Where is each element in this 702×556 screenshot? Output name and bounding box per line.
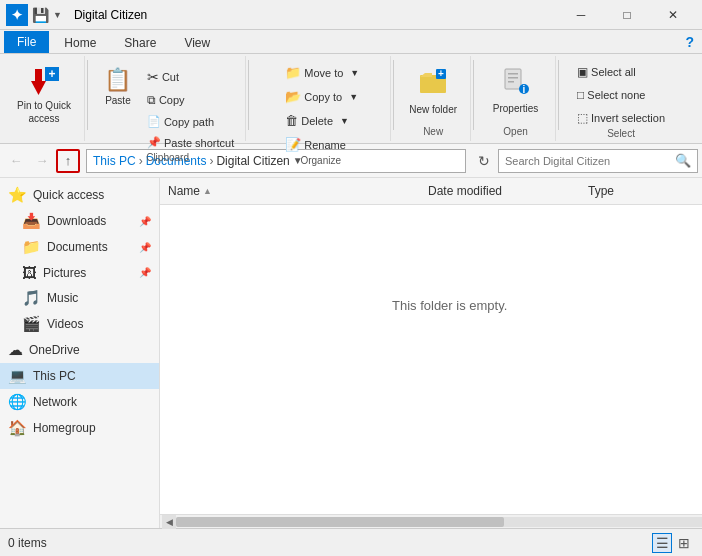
sidebar-item-videos[interactable]: 🎬 Videos <box>0 311 159 337</box>
network-icon: 🌐 <box>8 393 27 411</box>
properties-button[interactable]: i Properties <box>486 62 546 119</box>
sep2 <box>248 60 249 130</box>
file-header: Name ▲ Date modified Type Size <box>160 178 702 205</box>
sidebar-item-homegroup[interactable]: 🏠 Homegroup <box>0 415 159 441</box>
cut-icon: ✂ <box>147 69 159 85</box>
delete-arrow[interactable]: ▼ <box>338 116 351 126</box>
sidebar-item-documents[interactable]: 📁 Documents 📌 <box>0 234 159 260</box>
sidebar-item-pictures[interactable]: 🖼 Pictures 📌 <box>0 260 159 285</box>
documents-folder-icon: 📁 <box>22 238 41 256</box>
window-controls: ─ □ ✕ <box>558 0 696 30</box>
sidebar-item-network[interactable]: 🌐 Network <box>0 389 159 415</box>
sidebar-this-pc-label: This PC <box>33 369 76 383</box>
select-group: ▣ Select all □ Select none ⬚ Invert sele… <box>561 56 681 141</box>
select-none-button[interactable]: □ Select none <box>572 85 650 105</box>
copy-icon: ⧉ <box>147 93 156 107</box>
status-bar: 0 items ☰ ⊞ <box>0 528 702 556</box>
copy-to-row: 📂 Copy to ▼ <box>280 86 360 107</box>
cut-button[interactable]: ✂ ✂ Cut <box>142 66 239 88</box>
new-folder-icon: + <box>419 67 447 101</box>
delete-button[interactable]: 🗑 Delete <box>280 110 338 131</box>
svg-marker-1 <box>31 81 46 95</box>
sort-arrow: ▲ <box>203 186 212 196</box>
back-button[interactable]: ← <box>4 149 28 173</box>
maximize-button[interactable]: □ <box>604 0 650 30</box>
list-view-button[interactable]: ☰ <box>652 533 672 553</box>
pin-to-quick-access-button[interactable]: + Pin to Quickaccess <box>10 62 78 130</box>
downloads-pin-icon: 📌 <box>139 216 151 227</box>
tab-file[interactable]: File <box>4 31 49 53</box>
homegroup-icon: 🏠 <box>8 419 27 437</box>
scroll-thumb[interactable] <box>176 517 504 527</box>
empty-text: This folder is empty. <box>392 298 507 313</box>
help-button[interactable]: ? <box>677 31 702 53</box>
col-type[interactable]: Type <box>580 180 700 202</box>
tab-view[interactable]: View <box>171 32 223 53</box>
copy-to-button[interactable]: 📂 Copy to <box>280 86 347 107</box>
file-area: Name ▲ Date modified Type Size This fold… <box>160 178 702 514</box>
videos-icon: 🎬 <box>22 315 41 333</box>
svg-text:+: + <box>48 67 55 81</box>
refresh-button[interactable]: ↻ <box>472 149 496 173</box>
col-date[interactable]: Date modified <box>420 180 580 202</box>
tab-share[interactable]: Share <box>111 32 169 53</box>
title-bar-left: ✦ 💾 ▼ Digital Citizen <box>6 4 558 26</box>
copy-to-arrow[interactable]: ▼ <box>347 92 360 102</box>
sidebar-item-onedrive[interactable]: ☁ OneDrive <box>0 337 159 363</box>
search-icon: 🔍 <box>675 153 691 168</box>
title-bar-title: Digital Citizen <box>74 8 147 22</box>
sidebar-item-this-pc[interactable]: 💻 This PC <box>0 363 159 389</box>
app-icon: ✦ <box>6 4 28 26</box>
move-to-arrow[interactable]: ▼ <box>348 68 361 78</box>
new-folder-button[interactable]: + New folder <box>402 62 464 121</box>
sidebar-documents-label: Documents <box>47 240 108 254</box>
open-group: i Properties Open <box>476 56 556 141</box>
clipboard-label: Clipboard <box>146 152 189 165</box>
new-folder-label: New folder <box>409 103 457 116</box>
copy-path-icon: 📄 <box>147 115 161 128</box>
select-all-button[interactable]: ▣ Select all <box>572 62 641 82</box>
music-icon: 🎵 <box>22 289 41 307</box>
copy-button[interactable]: ⧉ Copy <box>142 90 239 110</box>
sidebar-item-quick-access[interactable]: ⭐ Quick access <box>0 182 159 208</box>
search-input[interactable] <box>505 155 675 167</box>
clipboard-stack: ✂ ✂ Cut ⧉ Copy 📄 Copy path 📌 Paste short… <box>142 62 239 152</box>
open-label: Open <box>503 126 527 139</box>
col-name[interactable]: Name ▲ <box>160 180 420 202</box>
scroll-left-button[interactable]: ◀ <box>162 515 176 529</box>
select-content: ▣ Select all □ Select none ⬚ Invert sele… <box>572 58 670 128</box>
sidebar-item-downloads[interactable]: 📥 Downloads 📌 <box>0 208 159 234</box>
paste-button[interactable]: 📋 Paste <box>96 62 140 111</box>
tab-home[interactable]: Home <box>51 32 109 53</box>
pin-group-content: + Pin to Quickaccess <box>10 58 78 137</box>
sidebar-quick-access-label: Quick access <box>33 188 104 202</box>
copy-to-label: Copy to <box>304 91 342 103</box>
forward-button[interactable]: → <box>30 149 54 173</box>
paste-shortcut-button[interactable]: 📌 Paste shortcut <box>142 133 239 152</box>
sidebar-item-music[interactable]: 🎵 Music <box>0 285 159 311</box>
rename-button[interactable]: 📝 Rename <box>280 134 351 155</box>
breadcrumb-this-pc[interactable]: This PC <box>93 154 136 168</box>
large-icon-button[interactable]: ⊞ <box>674 533 694 553</box>
copy-path-button[interactable]: 📄 Copy path <box>142 112 239 131</box>
clipboard-group: 📋 Paste ✂ ✂ Cut ⧉ Copy 📄 Copy path <box>90 56 246 141</box>
pictures-pin-icon: 📌 <box>139 267 151 278</box>
svg-text:i: i <box>522 84 525 95</box>
main-area: ⭐ Quick access 📥 Downloads 📌 📁 Documents… <box>0 178 702 528</box>
sidebar-pictures-label: Pictures <box>43 266 86 280</box>
paste-shortcut-icon: 📌 <box>147 136 161 149</box>
move-to-button[interactable]: 📁 Move to <box>280 62 348 83</box>
horizontal-scrollbar[interactable]: ◀ ▶ <box>160 514 702 528</box>
minimize-button[interactable]: ─ <box>558 0 604 30</box>
properties-label: Properties <box>493 103 539 114</box>
sidebar-network-label: Network <box>33 395 77 409</box>
close-button[interactable]: ✕ <box>650 0 696 30</box>
invert-selection-button[interactable]: ⬚ Invert selection <box>572 108 670 128</box>
up-button[interactable]: ↑ <box>56 149 80 173</box>
quick-access-icon: ⭐ <box>8 186 27 204</box>
breadcrumb-bar: This PC › Documents › Digital Citizen ▼ <box>86 149 466 173</box>
col-type-label: Type <box>588 184 614 198</box>
new-group-label: New <box>423 126 443 139</box>
breadcrumb-sep1: › <box>139 154 143 168</box>
scroll-track[interactable] <box>176 517 702 527</box>
